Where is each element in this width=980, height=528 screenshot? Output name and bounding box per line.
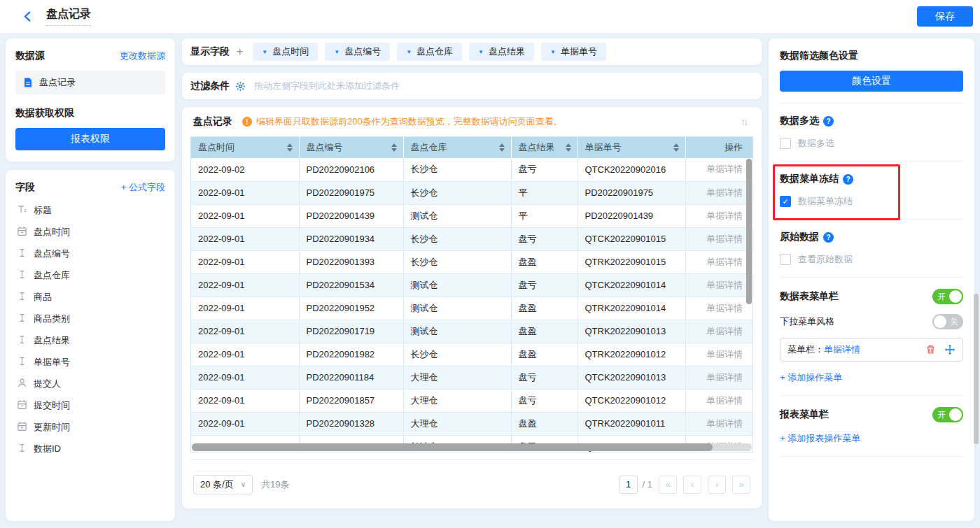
cell-count-no: PD20220901857 [307,395,375,406]
add-display-field-button[interactable]: + [235,45,244,58]
field-item[interactable]: 盘点时间 [15,221,165,243]
table-horizontal-scrollbar[interactable] [192,443,713,451]
row-action-doc-detail[interactable]: 单据详情 [706,187,743,198]
current-page-input[interactable]: 1 [620,476,638,494]
chevron-down-icon: ▼ [334,49,340,55]
save-button[interactable]: 保存 [917,6,973,27]
display-field-chip[interactable]: ▼单据单号 [541,43,606,61]
field-item[interactable]: 提交时间 [15,394,165,416]
sort-carets-icon[interactable] [287,143,293,152]
column-header-count-no[interactable]: 盘点编号 [299,137,403,158]
cell-warehouse: 长沙仓 [411,164,438,174]
left-sidebar: 数据源 更改数据源 盘点记录 数据获取权限 报表权限 字段 + 公式字段 标题盘… [6,38,175,521]
menu-freeze-checkbox[interactable]: ✓ [780,196,791,207]
column-header-doc-no[interactable]: 单据单号 [578,137,685,158]
sort-carets-icon[interactable] [391,143,397,152]
prev-page-button[interactable]: ‹ [683,476,701,494]
row-action-doc-detail[interactable]: 单据详情 [706,372,743,383]
next-page-button[interactable]: › [708,476,726,494]
divider [780,161,963,162]
report-permission-button[interactable]: 报表权限 [15,128,165,150]
field-item-label: 盘点时间 [34,226,70,238]
field-item[interactable]: 更新时间 [15,416,165,438]
cell-count-date: 2022-09-01 [198,187,245,198]
display-field-chip[interactable]: ▼盘点仓库 [397,43,462,61]
row-action-doc-detail[interactable]: 单据详情 [706,349,743,359]
last-page-button[interactable]: » [732,476,750,494]
back-button[interactable] [18,8,36,26]
sort-carets-icon[interactable] [673,143,679,152]
row-action-doc-detail[interactable]: 单据详情 [706,234,743,244]
datasource-item[interactable]: 盘点记录 [15,71,165,94]
row-action-doc-detail[interactable]: 单据详情 [706,164,743,174]
panel-vertical-scrollbar[interactable] [974,294,979,444]
cell-count-date: 2022-09-02 [198,164,245,175]
field-item[interactable]: 商品 [15,286,165,308]
table-row: 2022-09-01 PD20220901934 长沙仓 盘亏 QTCK2022… [191,227,753,250]
field-item[interactable]: 商品类别 [15,308,165,329]
field-item[interactable]: 盘点仓库 [15,264,165,286]
workspace: 数据源 更改数据源 盘点记录 数据获取权限 报表权限 字段 + 公式字段 标题盘… [0,33,980,528]
table-vertical-scrollbar[interactable] [746,159,752,304]
cell-warehouse: 大理仓 [411,395,438,406]
field-item[interactable]: 标题 [15,199,165,221]
add-formula-field-link[interactable]: + 公式字段 [121,181,165,194]
calendar-icon [17,226,27,238]
page-size-select[interactable]: 20 条/页 ∨ [193,475,253,494]
column-header-warehouse[interactable]: 盘点仓库 [403,137,511,158]
row-action-doc-detail[interactable]: 单据详情 [706,257,743,267]
menu-bar-value[interactable]: 单据详情 [824,343,860,356]
gear-icon[interactable] [235,81,246,92]
row-action-doc-detail[interactable]: 单据详情 [706,326,743,336]
field-item[interactable]: 提交人 [15,373,165,394]
dropdown-style-toggle[interactable]: 关 [932,314,963,329]
table-menu-section: 数据表菜单栏 开 下拉菜单风格 关 菜单栏： 单据详情 + 添加操作菜单 [780,289,963,384]
row-action-doc-detail[interactable]: 单据详情 [706,418,743,429]
field-item[interactable]: 数据ID [15,438,165,459]
cell-result: 平 [519,187,528,198]
help-icon[interactable]: ? [823,116,834,127]
sort-carets-icon[interactable] [566,143,571,152]
row-action-doc-detail[interactable]: 单据详情 [706,211,743,221]
help-icon[interactable]: ? [843,174,853,185]
fields-card: 字段 + 公式字段 标题盘点时间盘点编号盘点仓库商品商品类别盘点结果单据单号提交… [6,170,175,521]
field-item[interactable]: 单据单号 [15,351,165,373]
display-field-chip[interactable]: ▼盘点结果 [469,43,534,61]
cell-count-date: 2022-09-01 [198,395,245,406]
sort-carets-icon[interactable] [499,143,505,152]
table-header-row: 盘点时间 盘点编号 盘点仓库 盘点结果 单据单号 操作 [191,137,753,158]
cell-warehouse: 测试仓 [411,211,438,221]
sort-order-icon[interactable]: ↑↓ [741,116,750,127]
cell-result: 盘盈 [519,418,537,429]
move-icon[interactable] [944,344,955,355]
cell-count-no: PD20220901975 [307,187,375,198]
column-header-result[interactable]: 盘点结果 [511,137,578,158]
color-settings-button[interactable]: 颜色设置 [780,71,963,92]
table-menu-toggle[interactable]: 开 [932,289,963,304]
row-action-doc-detail[interactable]: 单据详情 [706,303,743,313]
field-item[interactable]: 盘点结果 [15,329,165,351]
trash-icon[interactable] [925,344,936,355]
multi-select-checkbox[interactable] [780,138,791,149]
cell-count-date: 2022-09-01 [198,303,245,313]
display-field-chip[interactable]: ▼盘点编号 [325,43,390,61]
raw-data-checkbox[interactable] [780,254,791,265]
total-pages-label: / 1 [643,479,652,490]
column-header-count-date[interactable]: 盘点时间 [191,137,299,158]
report-menu-toggle[interactable]: 开 [932,407,963,422]
change-datasource-link[interactable]: 更改数据源 [120,50,165,62]
display-field-chip[interactable]: ▼盘点时间 [253,43,318,61]
title-icon [17,204,27,217]
field-item[interactable]: 盘点编号 [15,243,165,264]
first-page-button[interactable]: « [659,476,677,494]
row-action-doc-detail[interactable]: 单据详情 [706,395,743,406]
add-action-menu-link[interactable]: + 添加操作菜单 [780,371,842,384]
cell-doc-no: QTRK20220901014 [585,303,666,313]
cell-warehouse: 大理仓 [411,372,438,383]
cell-count-no: PD20220901328 [307,418,375,429]
help-icon[interactable]: ? [823,232,834,243]
add-report-action-menu-link[interactable]: + 添加报表操作菜单 [780,432,860,445]
row-action-doc-detail[interactable]: 单据详情 [706,280,743,290]
table-row: 2022-09-01 PD20220901952 测试仓 盘盈 QTRK2022… [191,297,753,320]
cell-result: 盘盈 [519,349,537,359]
